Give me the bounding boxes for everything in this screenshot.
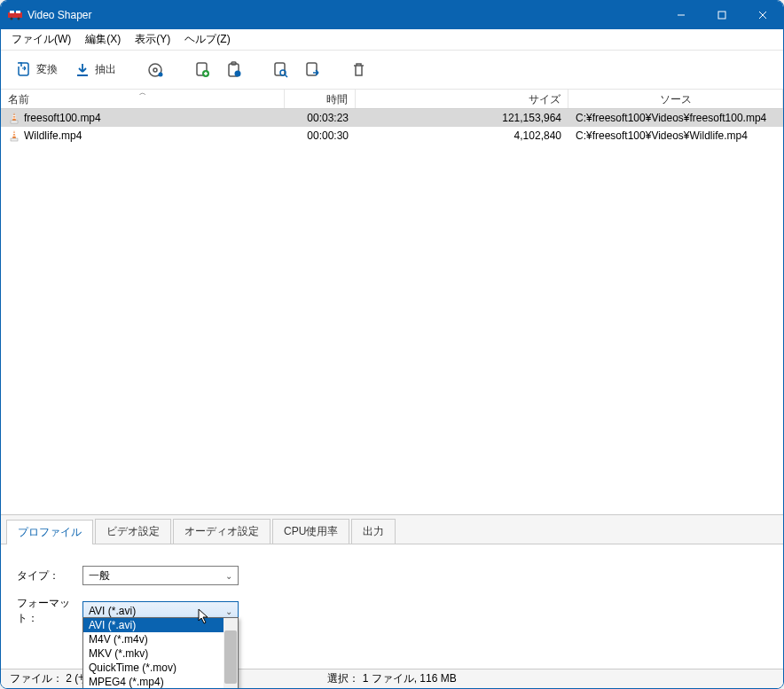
search-file-button[interactable] bbox=[267, 58, 294, 82]
scrollbar-thumb[interactable] bbox=[224, 630, 237, 684]
table-row[interactable]: Wildlife.mp400:00:304,102,840C:¥freesoft… bbox=[1, 127, 783, 145]
svg-point-13 bbox=[153, 68, 157, 72]
video-file-icon bbox=[8, 112, 20, 124]
file-search-icon bbox=[272, 61, 288, 79]
format-label: フォーマット： bbox=[17, 596, 82, 626]
tab-profile[interactable]: プロファイル bbox=[6, 520, 93, 544]
svg-rect-3 bbox=[10, 11, 14, 13]
svg-rect-27 bbox=[11, 138, 18, 141]
convert-icon bbox=[15, 61, 33, 79]
chevron-down-icon: ⌄ bbox=[225, 607, 232, 616]
column-source[interactable]: ソース bbox=[568, 90, 783, 108]
svg-line-22 bbox=[285, 74, 287, 77]
convert-button[interactable]: 変換 bbox=[10, 58, 63, 82]
toolbar: 変換 抽出 bbox=[1, 51, 783, 90]
svg-rect-26 bbox=[12, 118, 16, 119]
format-option[interactable]: MKV (*.mkv) bbox=[83, 646, 238, 661]
status-selection: 選択： 1 ファイル, 116 MB bbox=[327, 671, 456, 686]
tab-video[interactable]: ビデオ設定 bbox=[95, 519, 171, 544]
minimize-button[interactable] bbox=[661, 1, 702, 29]
menu-view[interactable]: 表示(Y) bbox=[128, 30, 177, 49]
svg-point-2 bbox=[18, 18, 20, 20]
chevron-down-icon: ⌄ bbox=[225, 571, 232, 581]
svg-point-19 bbox=[235, 70, 241, 76]
svg-point-14 bbox=[159, 72, 163, 76]
file-list-header: 名前︿ 時間 サイズ ソース bbox=[1, 90, 783, 109]
settings-tabs: プロファイル ビデオ設定 オーディオ設定 CPU使用率 出力 bbox=[1, 515, 783, 544]
format-option[interactable]: QuickTime (*.mov) bbox=[83, 661, 238, 675]
menu-edit[interactable]: 編集(X) bbox=[78, 30, 128, 49]
tab-audio[interactable]: オーディオ設定 bbox=[173, 519, 270, 544]
file-export-icon bbox=[304, 61, 320, 79]
app-icon bbox=[8, 10, 22, 20]
format-option[interactable]: MPEG4 (*.mp4) bbox=[83, 675, 238, 689]
svg-rect-4 bbox=[16, 11, 20, 13]
maximize-button[interactable] bbox=[702, 1, 742, 29]
svg-rect-28 bbox=[13, 133, 16, 134]
svg-point-1 bbox=[11, 18, 13, 20]
disc-icon bbox=[146, 61, 164, 79]
table-row[interactable]: freesoft100.mp400:03:23121,153,964C:¥fre… bbox=[1, 109, 783, 127]
column-size[interactable]: サイズ bbox=[356, 90, 568, 108]
tab-cpu[interactable]: CPU使用率 bbox=[272, 519, 349, 544]
paste-button[interactable] bbox=[221, 58, 247, 82]
delete-button[interactable] bbox=[345, 58, 372, 82]
close-button[interactable] bbox=[742, 1, 783, 29]
svg-rect-23 bbox=[307, 63, 317, 75]
format-option[interactable]: M4V (*.m4v) bbox=[83, 632, 238, 646]
svg-rect-24 bbox=[11, 121, 18, 123]
download-icon bbox=[74, 61, 91, 79]
svg-rect-6 bbox=[718, 12, 725, 19]
menubar: ファイル(W) 編集(X) 表示(Y) ヘルプ(Z) bbox=[1, 29, 783, 51]
settings-panel: プロファイル ビデオ設定 オーディオ設定 CPU使用率 出力 タイプ： 一般 ⌄… bbox=[1, 514, 783, 669]
type-combo[interactable]: 一般 ⌄ bbox=[82, 566, 239, 585]
disc-button[interactable] bbox=[141, 58, 169, 82]
file-add-icon bbox=[194, 61, 210, 79]
column-name[interactable]: 名前︿ bbox=[1, 90, 285, 108]
dropdown-scrollbar[interactable] bbox=[223, 618, 238, 689]
app-title: Video Shaper bbox=[27, 9, 661, 21]
trash-icon bbox=[350, 61, 366, 79]
menu-help[interactable]: ヘルプ(Z) bbox=[177, 30, 237, 49]
sort-indicator-icon: ︿ bbox=[139, 88, 146, 98]
add-file-button[interactable] bbox=[189, 58, 216, 82]
profile-panel: タイプ： 一般 ⌄ フォーマット： AVI (*.avi) ⌄ AVI (*.a… bbox=[1, 544, 783, 669]
clipboard-icon bbox=[226, 61, 242, 79]
format-option[interactable]: AVI (*.avi) bbox=[83, 618, 238, 632]
svg-rect-25 bbox=[13, 115, 16, 116]
file-export-button[interactable] bbox=[299, 58, 325, 82]
column-time[interactable]: 時間 bbox=[285, 90, 356, 108]
file-list[interactable]: freesoft100.mp400:03:23121,153,964C:¥fre… bbox=[1, 109, 783, 514]
video-file-icon bbox=[8, 129, 20, 142]
app-window: Video Shaper ファイル(W) 編集(X) 表示(Y) ヘルプ(Z) … bbox=[0, 0, 784, 689]
tab-output[interactable]: 出力 bbox=[351, 519, 396, 544]
format-dropdown[interactable]: AVI (*.avi)M4V (*.m4v)MKV (*.mkv)QuickTi… bbox=[82, 617, 239, 689]
extract-button[interactable]: 抽出 bbox=[68, 58, 122, 82]
svg-rect-29 bbox=[12, 136, 16, 137]
type-label: タイプ： bbox=[17, 568, 82, 583]
titlebar: Video Shaper bbox=[1, 1, 783, 29]
menu-file[interactable]: ファイル(W) bbox=[4, 30, 78, 49]
